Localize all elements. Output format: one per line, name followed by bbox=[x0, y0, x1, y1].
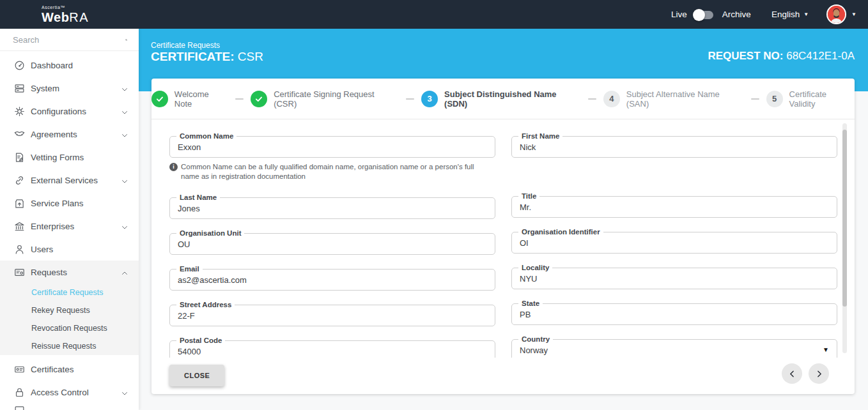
country-select[interactable]: Country ▼ bbox=[511, 339, 837, 358]
certificate-icon bbox=[14, 364, 25, 375]
locality-field[interactable]: Locality bbox=[511, 268, 837, 289]
field-label: Country bbox=[518, 335, 553, 344]
sidebar-subitem-revocation-requests[interactable]: Revocation Requests bbox=[0, 319, 139, 337]
subitem-label: Reissue Requests bbox=[31, 342, 96, 351]
close-button[interactable]: CLOSE bbox=[169, 365, 224, 386]
step-label: Welcome Note bbox=[174, 89, 229, 109]
chevron-down-icon bbox=[121, 130, 128, 138]
live-archive-toggle[interactable] bbox=[693, 8, 715, 21]
topbar: Ascertia™ WebRA Live Archive English ▼ bbox=[0, 0, 868, 29]
step-connector bbox=[588, 98, 596, 100]
request-number-label: REQUEST NO: bbox=[708, 50, 783, 62]
step-connector bbox=[751, 98, 759, 100]
locality-input[interactable] bbox=[512, 268, 837, 289]
street-address-field[interactable]: Street Address bbox=[169, 305, 495, 326]
sidebar-item-enterprises[interactable]: Enterprises bbox=[0, 215, 139, 238]
next-step-button[interactable] bbox=[809, 363, 829, 384]
sidebar-item-label: System bbox=[31, 84, 59, 93]
organisation-unit-field[interactable]: Organisation Unit bbox=[169, 233, 495, 255]
handshake-icon bbox=[14, 129, 25, 140]
sidebar-item-service-plans[interactable]: Service Plans bbox=[0, 192, 139, 215]
field-label: Street Address bbox=[176, 300, 235, 309]
step-san[interactable]: 4 Subject Alternative Name (SAN) bbox=[603, 89, 744, 109]
search-icon[interactable] bbox=[125, 35, 127, 45]
sidebar-search[interactable] bbox=[0, 29, 139, 51]
sidebar-item-label: Agreements bbox=[31, 130, 77, 139]
sidebar-item-dashboard[interactable]: Dashboard bbox=[0, 54, 139, 77]
breadcrumb: Certificate Requests bbox=[151, 41, 220, 50]
step-connector bbox=[235, 98, 244, 100]
step-csr[interactable]: Certificate Signing Request (CSR) bbox=[251, 89, 399, 109]
sidebar-item-certificates[interactable]: Certificates bbox=[0, 358, 139, 381]
email-field[interactable]: Email bbox=[169, 269, 495, 291]
title-field[interactable]: Title bbox=[511, 196, 837, 218]
first-name-field[interactable]: First Name bbox=[511, 136, 837, 158]
archive-label: Archive bbox=[722, 10, 751, 19]
language-dropdown[interactable]: English ▼ bbox=[771, 10, 809, 19]
brand-ascertia: Ascertia™ bbox=[42, 5, 89, 10]
chevron-down-icon: ▼ bbox=[803, 12, 809, 17]
country-input[interactable] bbox=[512, 340, 837, 358]
check-icon bbox=[251, 91, 267, 107]
scrollbar-thumb[interactable] bbox=[842, 130, 847, 307]
sidebar-item-requests[interactable]: Requests bbox=[0, 261, 139, 284]
sidebar-item-label: Service Plans bbox=[31, 199, 84, 208]
field-label: Postal Code bbox=[176, 336, 225, 345]
user-menu[interactable]: ▼ bbox=[826, 4, 856, 24]
organisation-identifier-field[interactable]: Organisation Identifier bbox=[511, 232, 837, 254]
sdn-form: Common Name i Common Name can be a fully… bbox=[151, 119, 855, 358]
sidebar-item-system[interactable]: System bbox=[0, 77, 139, 100]
sidebar-item-label: Dashboard bbox=[31, 61, 73, 70]
chevron-down-icon bbox=[121, 222, 128, 230]
step-welcome-note[interactable]: Welcome Note bbox=[151, 89, 228, 109]
user-icon bbox=[14, 244, 25, 255]
email-input[interactable] bbox=[170, 270, 495, 290]
chevron-left-icon bbox=[788, 370, 796, 378]
sidebar-item-label: Enterprises bbox=[31, 222, 74, 231]
step-connector bbox=[406, 98, 414, 100]
step-label: Certificate Signing Request (CSR) bbox=[274, 89, 399, 109]
box-arrow-icon bbox=[14, 198, 25, 209]
sidebar-item-external-services[interactable]: External Services bbox=[0, 169, 139, 192]
sidebar-item-users[interactable]: Users bbox=[0, 238, 139, 261]
chevron-down-icon bbox=[121, 388, 128, 396]
state-field[interactable]: State bbox=[511, 303, 837, 325]
sidebar-item-configurations[interactable]: Configurations bbox=[0, 100, 139, 123]
wizard-card: Welcome Note Certificate Signing Request… bbox=[151, 79, 855, 394]
common-name-field[interactable]: Common Name bbox=[169, 136, 495, 158]
request-number: REQUEST NO: 68C412E1-0A bbox=[708, 50, 855, 63]
page-title-label: CERTIFICATE: bbox=[151, 50, 235, 63]
step-sdn[interactable]: 3 Subject Distinguished Name (SDN) bbox=[421, 89, 581, 109]
link-icon bbox=[14, 175, 25, 186]
dashboard-icon bbox=[14, 60, 25, 71]
state-input[interactable] bbox=[512, 304, 837, 324]
title-input[interactable] bbox=[512, 197, 837, 217]
sidebar-item-agreements[interactable]: Agreements bbox=[0, 123, 139, 146]
topbar-controls: Live Archive English ▼ ▼ bbox=[671, 4, 868, 24]
previous-step-button[interactable] bbox=[782, 363, 802, 384]
system-icon bbox=[14, 83, 25, 94]
step-label: Subject Distinguished Name (SDN) bbox=[444, 89, 581, 109]
sidebar: Dashboard System Configurations Agreemen… bbox=[0, 29, 139, 410]
step-validity[interactable]: 5 Certificate Validity bbox=[766, 89, 855, 109]
field-label: Title bbox=[518, 192, 539, 201]
sidebar-item-vetting-forms[interactable]: Vetting Forms bbox=[0, 146, 139, 169]
step-number: 5 bbox=[766, 91, 783, 107]
last-name-field[interactable]: Last Name bbox=[169, 197, 495, 219]
sidebar-subitem-reissue-requests[interactable]: Reissue Requests bbox=[0, 337, 139, 355]
sidebar-nav: Dashboard System Configurations Agreemen… bbox=[0, 51, 139, 404]
search-input[interactable] bbox=[13, 35, 125, 45]
step-label: Certificate Validity bbox=[789, 89, 855, 109]
sidebar-subitem-rekey-requests[interactable]: Rekey Requests bbox=[0, 301, 139, 319]
sidebar-item-access-control[interactable]: Access Control bbox=[0, 381, 139, 404]
sidebar-item-label: Users bbox=[31, 245, 53, 254]
chevron-right-icon bbox=[815, 370, 823, 378]
subitem-label: Rekey Requests bbox=[31, 306, 90, 315]
step-number: 4 bbox=[603, 91, 620, 107]
requests-group: Requests Certificate Requests Rekey Requ… bbox=[0, 261, 139, 355]
sidebar-subitem-certificate-requests[interactable]: Certificate Requests bbox=[0, 284, 139, 301]
postal-code-field[interactable]: Postal Code bbox=[169, 340, 495, 358]
toggle-knob[interactable] bbox=[693, 9, 705, 21]
field-label: First Name bbox=[518, 132, 562, 140]
avatar[interactable] bbox=[826, 4, 846, 24]
